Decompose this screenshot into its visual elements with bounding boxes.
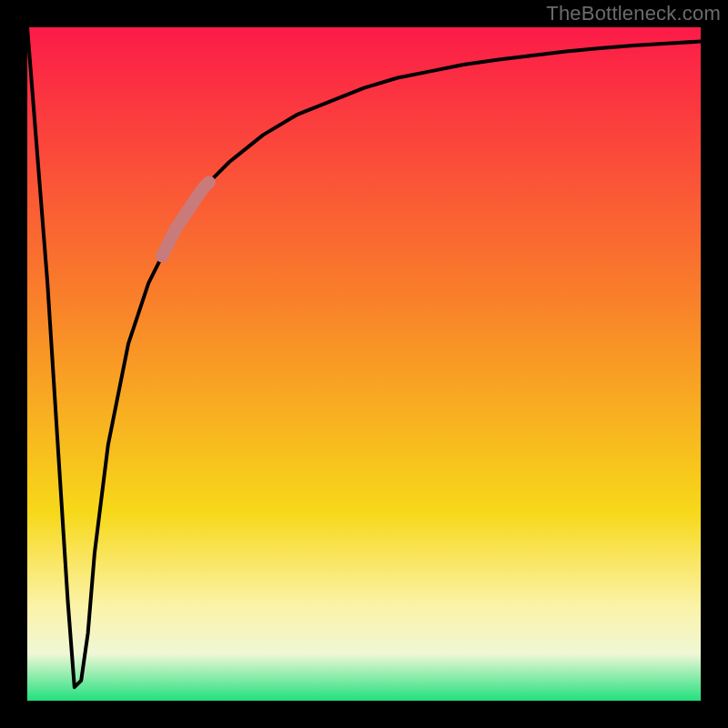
chart-frame: TheBottleneck.com xyxy=(0,0,728,728)
attribution-text: TheBottleneck.com xyxy=(546,2,721,25)
bottleneck-chart xyxy=(0,0,728,728)
plot-area xyxy=(27,27,701,701)
